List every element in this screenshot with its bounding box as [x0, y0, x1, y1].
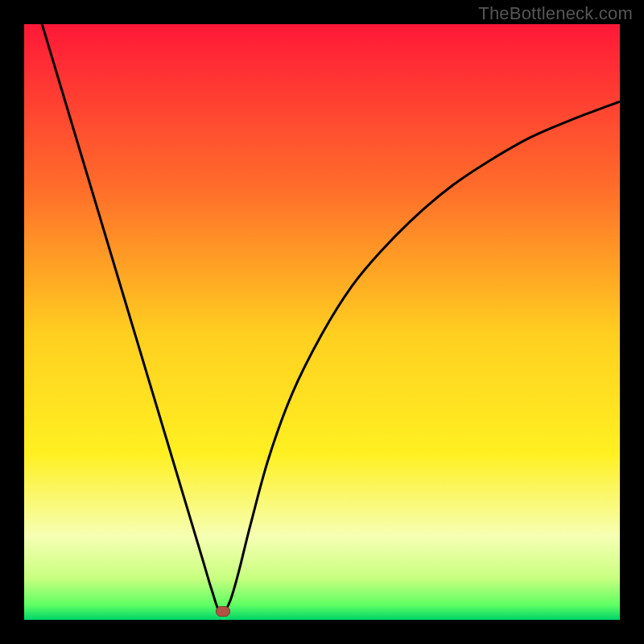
- watermark-text: TheBottleneck.com: [478, 3, 633, 24]
- optimal-marker: [216, 606, 230, 617]
- bottleneck-curve: [24, 24, 620, 620]
- chart-frame: TheBottleneck.com: [0, 0, 644, 644]
- plot-area: [24, 24, 620, 620]
